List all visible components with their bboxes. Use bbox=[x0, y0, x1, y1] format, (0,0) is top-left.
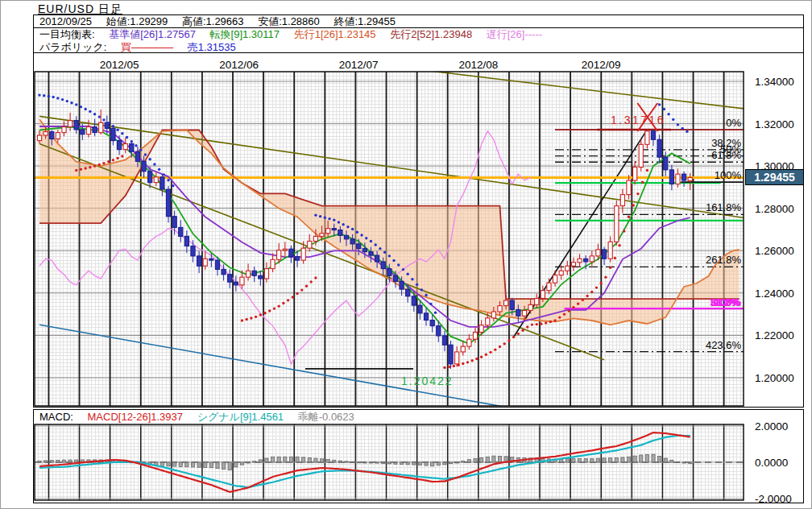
price-axis-label: 1.34000 bbox=[755, 76, 794, 88]
price-axis-label: 1.26000 bbox=[755, 245, 794, 257]
month-axis-label: 2012/07 bbox=[339, 59, 379, 71]
fib-label-261.8%: 261.8% bbox=[706, 254, 742, 266]
month-axis-label: 2012/08 bbox=[458, 59, 498, 71]
chart-canvas[interactable]: 0%38.2%50%61.8%100%161.8%261.8%423.6%100… bbox=[1, 1, 812, 509]
fib-label-161.8%: 161.8% bbox=[706, 201, 742, 213]
month-axis-label: 2012/05 bbox=[100, 59, 139, 71]
month-axis-label: 2012/06 bbox=[219, 59, 259, 71]
price-axis-label: 1.22000 bbox=[755, 329, 794, 341]
price-axis-label: 1.32000 bbox=[755, 118, 794, 130]
fib2-label: 38.2% bbox=[710, 296, 740, 308]
macd-axis-label: 2.0000 bbox=[755, 420, 788, 432]
fib-label-100%: 100% bbox=[715, 169, 742, 181]
fib-label-423.6%: 423.6% bbox=[706, 339, 742, 351]
macd-axis-label: 0.0000 bbox=[755, 457, 788, 469]
price-axis-label: 1.28000 bbox=[755, 203, 794, 215]
fib-label-0%: 0% bbox=[726, 117, 741, 129]
macd-axis-label: -2.0000 bbox=[755, 493, 792, 505]
price-axis-label: 1.20000 bbox=[755, 372, 794, 384]
chart-window: EUR/USD 日足 2012/09/25 始値:1.29299 高値:1.29… bbox=[0, 0, 812, 509]
price-axis-label: 1.24000 bbox=[755, 288, 794, 300]
current-price-badge: 1.29455 bbox=[745, 169, 804, 185]
low-price-annotation: 1.20422 bbox=[401, 375, 454, 387]
fib-label-61.8%: 61.8% bbox=[711, 149, 741, 161]
peak-price-annotation: 1.31716 bbox=[611, 114, 665, 126]
month-axis-label: 2012/09 bbox=[582, 59, 621, 71]
